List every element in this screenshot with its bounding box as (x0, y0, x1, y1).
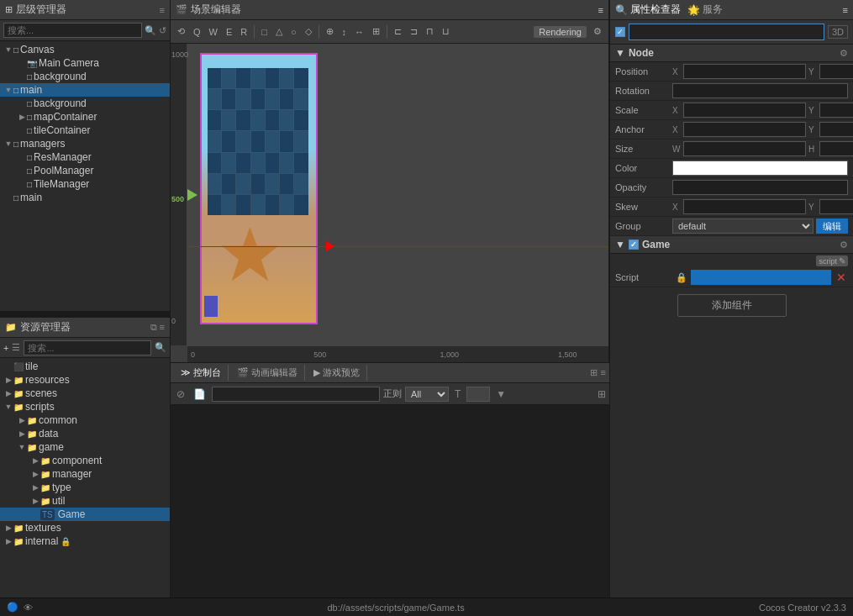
console-level-select[interactable]: All Error Warn Log (405, 387, 449, 402)
tree-item-tile-container[interactable]: □ tileContainer (0, 124, 170, 137)
console-font-size[interactable]: 14 (466, 387, 490, 402)
add-component-button[interactable]: 添加组件 (677, 294, 787, 317)
tool-move[interactable]: ⟲ (174, 24, 188, 39)
tool-align-left[interactable]: ⊏ (391, 24, 405, 39)
script-delete-button[interactable]: ✕ (835, 271, 848, 284)
internal-arrow[interactable]: ▶ (3, 537, 13, 545)
tool-grid[interactable]: ⊞ (369, 24, 383, 39)
skew-x-input[interactable]: 0 (683, 199, 806, 214)
layer-search-button[interactable]: 🔍 (145, 25, 156, 36)
layer-panel-menu[interactable]: ≡ (160, 5, 165, 15)
console-log-btn[interactable]: 📄 (191, 387, 208, 401)
group-select[interactable]: default (672, 218, 814, 234)
util-arrow[interactable]: ▶ (30, 497, 40, 505)
asset-tree-item-scenes[interactable]: ▶ 📁 scenes (0, 387, 170, 400)
scale-x-input[interactable]: 1 (683, 103, 806, 118)
asset-tree-item-internal[interactable]: ▶ 📁 internal 🔒 (0, 534, 170, 548)
asset-panel-menu[interactable]: ≡ (160, 322, 165, 333)
tool-vert[interactable]: ↕ (339, 25, 350, 39)
asset-tree-item-scripts[interactable]: ▼ 📁 scripts (0, 400, 170, 413)
type-arrow[interactable]: ▶ (30, 483, 40, 492)
tree-item-main[interactable]: ▼ □ main (0, 83, 170, 97)
size-h-input[interactable]: 0 (819, 141, 853, 156)
tree-item-pool-manager[interactable]: □ PoolManager (0, 164, 170, 177)
asset-panel-copy[interactable]: ⧉ (150, 322, 157, 333)
tool-circ[interactable]: ○ (287, 25, 300, 39)
node-active-checkbox[interactable]: ✓ (615, 27, 625, 37)
console-font-down[interactable]: ▼ (493, 387, 508, 401)
asset-tree-item-component[interactable]: ▶ 📁 component (0, 454, 170, 467)
managers-arrow[interactable]: ▼ (3, 140, 13, 148)
asset-tree-item-manager[interactable]: ▶ 📁 manager (0, 467, 170, 481)
asset-tree-item-tile[interactable]: ⬛ tile (0, 360, 170, 373)
tool-e[interactable]: E (223, 25, 235, 39)
tab-animation-editor[interactable]: 🎬 动画编辑器 (230, 365, 305, 381)
tool-horiz[interactable]: ↔ (351, 25, 367, 39)
tool-r[interactable]: R (237, 25, 250, 39)
console-maximize[interactable]: ⊞ (598, 388, 606, 400)
tree-item-canvas[interactable]: ▼ □ Canvas (0, 43, 170, 56)
game-section-header[interactable]: ▼ ✓ Game ⚙ (610, 236, 853, 254)
resources-arrow[interactable]: ▶ (3, 376, 13, 384)
tab-game-preview[interactable]: ▶ 游戏预览 (307, 365, 367, 381)
scale-y-input[interactable]: 1 (819, 103, 853, 118)
scripts-arrow[interactable]: ▼ (3, 403, 13, 411)
tab-inspector[interactable]: 🔍 属性检查器 (615, 3, 681, 17)
tab-service[interactable]: 🌟 服务 (687, 3, 723, 17)
tool-tri[interactable]: △ (272, 24, 286, 39)
asset-tree-item-type[interactable]: ▶ 📁 type (0, 481, 170, 494)
asset-tree-item-game-folder[interactable]: ▼ 📁 game (0, 440, 170, 454)
anchor-x-input[interactable]: 0.5 (683, 122, 806, 137)
manager-arrow[interactable]: ▶ (30, 470, 40, 478)
common-arrow[interactable]: ▶ (17, 416, 27, 424)
bottom-panel-expand[interactable]: ⊞ (590, 367, 598, 378)
tree-item-managers[interactable]: ▼ □ managers (0, 137, 170, 150)
color-swatch[interactable] (672, 161, 848, 176)
rotation-input[interactable]: 0 (672, 83, 848, 98)
component-arrow[interactable]: ▶ (30, 456, 40, 465)
asset-list-button[interactable]: ☰ (12, 342, 20, 353)
anchor-y-input[interactable]: 0.5 (819, 122, 853, 137)
tool-diamond[interactable]: ◇ (302, 24, 315, 39)
asset-tree-item-common[interactable]: ▶ 📁 common (0, 413, 170, 427)
canvas-expand-arrow[interactable]: ▼ (3, 45, 13, 54)
textures-arrow[interactable]: ▶ (3, 524, 13, 532)
inspector-menu[interactable]: ≡ (843, 5, 848, 15)
tool-align-bottom[interactable]: ⊔ (439, 24, 453, 39)
tool-align-top[interactable]: ⊓ (423, 24, 437, 39)
position-x-input[interactable]: 0 (683, 64, 806, 79)
tool-target[interactable]: ⊕ (323, 24, 337, 39)
tree-item-background-1[interactable]: □ background (0, 70, 170, 83)
console-clear-btn[interactable]: ⊘ (174, 387, 187, 401)
game-active-checkbox[interactable]: ✓ (629, 240, 639, 250)
map-container-arrow[interactable]: ▶ (17, 113, 27, 121)
node-section-header[interactable]: ▼ Node ⚙ (610, 45, 853, 62)
console-filter-input[interactable] (212, 387, 380, 402)
data-arrow[interactable]: ▶ (17, 429, 27, 438)
game-folder-arrow[interactable]: ▼ (17, 443, 27, 451)
tree-item-main-bottom[interactable]: □ main (0, 191, 170, 204)
opacity-input[interactable]: 255 (672, 180, 848, 195)
tree-item-background-2[interactable]: □ background (0, 97, 170, 110)
node-3d-toggle[interactable]: 3D (828, 25, 848, 39)
asset-search-input[interactable] (24, 340, 151, 355)
asset-tree-item-resources[interactable]: ▶ 📁 resources (0, 373, 170, 387)
asset-add-button[interactable]: + (3, 343, 8, 353)
tree-item-res-manager[interactable]: □ ResManager (0, 150, 170, 164)
asset-tree-item-textures[interactable]: ▶ 📁 textures (0, 521, 170, 534)
asset-tree-item-util[interactable]: ▶ 📁 util (0, 494, 170, 508)
layer-search-input[interactable] (3, 23, 142, 38)
tool-w[interactable]: W (206, 25, 221, 39)
main-arrow[interactable]: ▼ (3, 86, 13, 94)
asset-tree-item-data[interactable]: ▶ 📁 data (0, 427, 170, 440)
scene-canvas[interactable]: 使用鼠标右键平移视窗焦点，使用滚轮缩放视图 1000 500 0 0 500 1… (171, 44, 608, 362)
script-name-input[interactable]: Game (691, 270, 831, 285)
scene-settings-btn[interactable]: ⚙ (590, 24, 605, 39)
node-name-input[interactable]: main (629, 24, 824, 40)
tree-item-main-camera[interactable]: 📷 Main Camera (0, 56, 170, 70)
tool-q[interactable]: Q (190, 25, 204, 39)
console-font-btn[interactable]: T (452, 387, 463, 401)
layer-refresh-button[interactable]: ↺ (159, 25, 166, 36)
game-section-gear[interactable]: ⚙ (840, 240, 848, 250)
scene-editor-menu[interactable]: ≡ (598, 5, 603, 15)
